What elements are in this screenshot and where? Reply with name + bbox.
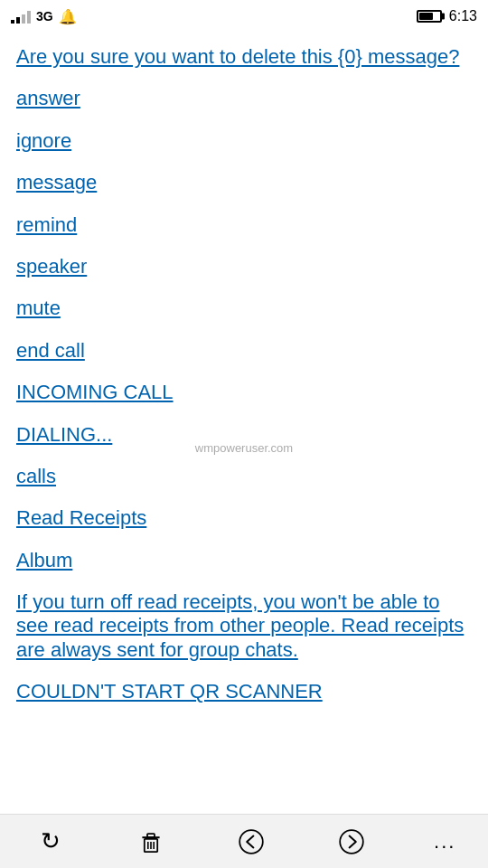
back-button[interactable] <box>233 824 269 860</box>
bottom-nav-bar: ↻ ... <box>0 814 488 868</box>
status-left: 3G 🔔 <box>11 8 77 25</box>
link-end-call[interactable]: end call <box>16 330 472 372</box>
main-content: Are you sure you want to delete this {0}… <box>0 33 488 814</box>
link-calls[interactable]: calls <box>16 456 472 497</box>
link-speaker[interactable]: speaker <box>16 246 472 288</box>
status-bar: 3G 🔔 6:13 <box>0 0 488 33</box>
forward-button[interactable] <box>333 824 370 860</box>
link-mute[interactable]: mute <box>16 288 472 329</box>
battery-icon <box>417 10 442 23</box>
svg-rect-2 <box>147 834 155 837</box>
more-options-button[interactable]: ... <box>434 830 455 854</box>
link-answer[interactable]: answer <box>16 78 472 119</box>
link-delete-message[interactable]: Are you sure you want to delete this {0}… <box>16 36 472 78</box>
refresh-button[interactable]: ↻ <box>33 824 69 860</box>
link-ignore[interactable]: ignore <box>16 120 472 162</box>
link-read-receipts[interactable]: Read Receipts <box>16 497 472 539</box>
link-remind[interactable]: remind <box>16 204 472 246</box>
clock: 6:13 <box>449 8 477 24</box>
link-album[interactable]: Album <box>16 540 472 581</box>
delete-button[interactable] <box>133 824 169 860</box>
signal-bars-icon <box>11 9 31 24</box>
link-incoming-call[interactable]: INCOMING CALL <box>16 372 472 413</box>
link-qr-scanner[interactable]: COULDN'T START QR SCANNER <box>16 671 472 712</box>
svg-point-6 <box>239 830 263 854</box>
svg-point-7 <box>340 830 363 854</box>
notification-bell-icon: 🔔 <box>59 8 77 25</box>
network-type: 3G <box>36 9 53 24</box>
status-right: 6:13 <box>417 8 477 24</box>
link-message[interactable]: message <box>16 162 472 203</box>
link-dialing[interactable]: DIALING... <box>16 414 472 456</box>
link-read-receipts-info[interactable]: If you turn off read receipts, you won't… <box>16 581 472 671</box>
